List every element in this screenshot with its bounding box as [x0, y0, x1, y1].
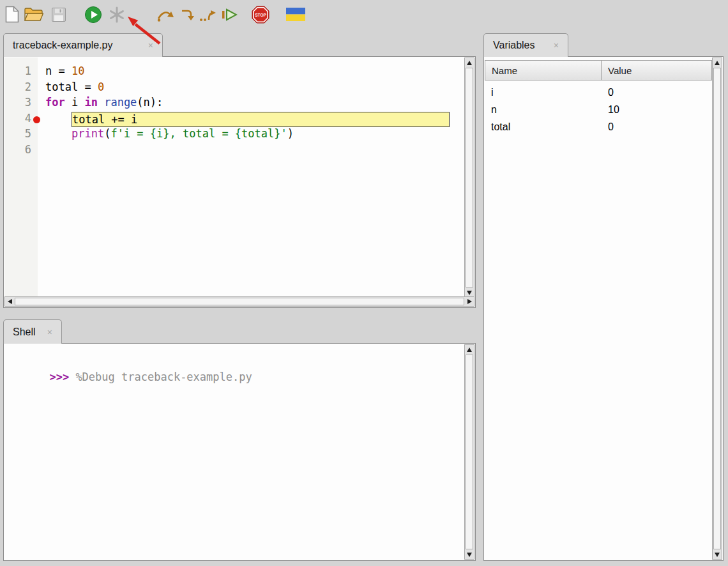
code-token-plain: (n):: [137, 96, 163, 109]
tab-variables-label: Variables: [493, 40, 535, 51]
code-token-plain: n =: [45, 65, 72, 77]
thonny-window: STOP traceback-example.py × 123456 n = 1…: [0, 0, 728, 566]
code-line[interactable]: for i in range(n):: [45, 96, 465, 112]
scroll-up-button[interactable]: [713, 58, 722, 67]
scrollbar-thumb[interactable]: [713, 68, 721, 549]
toolbar: STOP: [0, 0, 728, 31]
new-file-button[interactable]: [5, 6, 19, 25]
variable-row[interactable]: i0: [485, 84, 712, 101]
stop-button[interactable]: STOP: [252, 6, 269, 26]
gutter-line-number[interactable]: 1: [4, 65, 38, 80]
tab-close-icon[interactable]: ×: [40, 327, 52, 337]
scrollbar-thumb[interactable]: [466, 355, 473, 549]
gutter-line-number[interactable]: 6: [4, 143, 38, 159]
editor-code[interactable]: n = 10total = 0for i in range(n): total …: [38, 57, 465, 298]
stop-label: STOP: [255, 12, 266, 17]
scrollbar-thumb[interactable]: [466, 68, 473, 287]
ukraine-flag-icon: [286, 8, 305, 23]
scrollbar-thumb[interactable]: [15, 298, 464, 305]
tab-close-icon[interactable]: ×: [546, 40, 559, 50]
resume-icon: [221, 7, 238, 24]
editor-vscrollbar[interactable]: [464, 57, 474, 298]
variable-value: 10: [602, 104, 619, 116]
code-token-call: range: [104, 96, 137, 109]
scroll-down-button[interactable]: [465, 288, 474, 297]
open-file-button[interactable]: [24, 7, 43, 24]
variables-rows: i0n10total0: [485, 84, 712, 135]
code-token-plain: i: [65, 96, 85, 109]
shell-vscrollbar[interactable]: [464, 344, 474, 560]
save-file-button[interactable]: [51, 7, 66, 24]
variables-header-name[interactable]: Name: [485, 60, 602, 80]
variable-value: 0: [602, 87, 614, 98]
shell-prompt: >>>: [49, 371, 75, 383]
code-token-string: f'i = {i}, total = {total}': [110, 127, 287, 140]
step-into-button[interactable]: [180, 8, 195, 24]
shell-command: %Debug traceback-example.py: [75, 371, 252, 383]
scroll-up-button[interactable]: [465, 345, 474, 354]
code-line[interactable]: total += i: [45, 112, 465, 128]
code-line[interactable]: n = 10: [45, 65, 465, 80]
scroll-up-button[interactable]: [465, 58, 474, 67]
shell-panel[interactable]: >>> %Debug traceback-example.py: [3, 343, 476, 561]
code-token-plain: [45, 127, 72, 140]
code-token-plain: [45, 112, 72, 125]
gutter-line-number[interactable]: 5: [4, 127, 38, 143]
tab-editor-label: traceback-example.py: [13, 40, 113, 51]
code-token-plain: ): [287, 127, 294, 140]
shell-line: >>> %Debug traceback-example.py: [10, 358, 252, 396]
variables-header: Name Value: [485, 60, 712, 80]
stop-sign-icon: STOP: [252, 6, 269, 26]
variable-name: i: [485, 87, 602, 98]
code-token-number: 0: [98, 80, 104, 93]
run-button[interactable]: [84, 6, 102, 26]
code-token-keyword: for: [45, 96, 65, 109]
tab-shell-label: Shell: [13, 326, 36, 338]
save-floppy-icon: [51, 7, 66, 24]
variables-panel: Name Value i0n10total0: [483, 56, 724, 561]
code-token-keyword: in: [84, 96, 97, 109]
variables-vscrollbar[interactable]: [712, 57, 722, 560]
resume-button[interactable]: [221, 7, 238, 24]
open-folder-icon: [24, 7, 43, 24]
variable-name: total: [485, 121, 602, 133]
new-file-icon: [5, 6, 19, 25]
annotation-arrow-icon: [123, 14, 165, 49]
support-ukraine-button[interactable]: [286, 8, 305, 23]
code-line[interactable]: print(f'i = {i}, total = {total}'): [45, 127, 465, 143]
variable-row[interactable]: total0: [485, 118, 712, 135]
gutter-line-number[interactable]: 4: [4, 112, 38, 128]
variables-header-value[interactable]: Value: [601, 60, 712, 80]
code-token-plain: total =: [45, 80, 98, 93]
editor-panel: 123456 n = 10total = 0for i in range(n):…: [3, 56, 476, 308]
run-play-icon: [84, 6, 102, 26]
code-token-number: 10: [72, 65, 84, 77]
tab-shell[interactable]: Shell ×: [3, 319, 62, 344]
step-into-icon: [180, 8, 195, 24]
code-token-plain: [98, 96, 104, 109]
current-statement-highlight: total += i: [72, 112, 450, 127]
step-out-icon: [199, 8, 216, 24]
step-out-button[interactable]: [199, 8, 216, 24]
editor-hscrollbar[interactable]: [4, 296, 474, 307]
tab-variables[interactable]: Variables ×: [483, 33, 568, 57]
code-token-plain: (: [104, 127, 110, 140]
scroll-down-button[interactable]: [465, 550, 474, 559]
code-line[interactable]: [45, 143, 465, 159]
scroll-left-button[interactable]: [5, 297, 14, 306]
editor-gutter: 123456: [4, 57, 38, 298]
variable-row[interactable]: n10: [485, 101, 712, 118]
variable-value: 0: [602, 121, 614, 133]
gutter-line-number[interactable]: 3: [4, 96, 38, 112]
variable-name: n: [485, 104, 602, 116]
gutter-line-number[interactable]: 2: [4, 80, 38, 96]
code-line[interactable]: total = 0: [45, 80, 465, 96]
scroll-right-button[interactable]: [465, 297, 474, 306]
code-token-builtin: print: [72, 127, 104, 140]
scroll-down-button[interactable]: [713, 550, 722, 559]
